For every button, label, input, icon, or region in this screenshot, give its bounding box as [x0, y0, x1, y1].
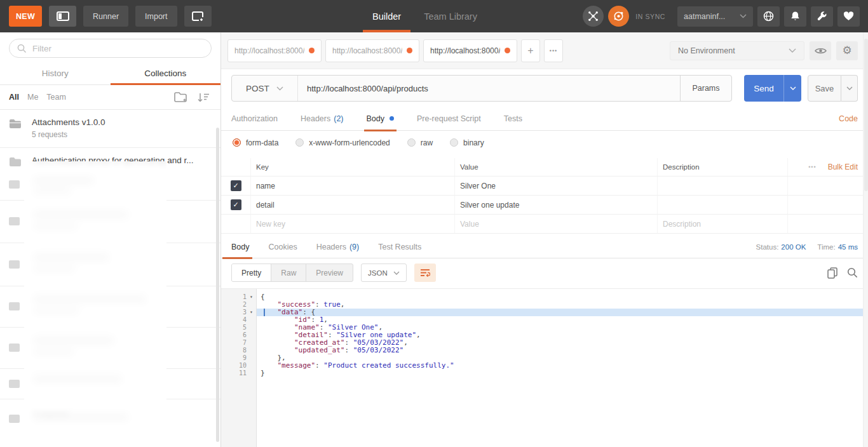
time-value[interactable]: 45 ms: [838, 243, 858, 251]
scope-all[interactable]: All: [9, 93, 19, 102]
tab-team-library[interactable]: Team Library: [424, 0, 477, 32]
response-body-editor[interactable]: 1▾23▾4567891011 { "success": true, "data…: [221, 288, 868, 447]
url-input[interactable]: [307, 84, 671, 93]
tab-tests[interactable]: Tests: [504, 107, 522, 131]
chevron-down-icon: [846, 86, 853, 90]
format-dropdown[interactable]: JSON: [361, 264, 407, 282]
tab-builder[interactable]: Builder: [372, 0, 401, 32]
editor-gutter: 1▾23▾4567891011: [221, 289, 257, 447]
body-indicator-dot: [390, 116, 394, 121]
checkbox-checked-icon[interactable]: ✓: [231, 199, 241, 210]
tab-body[interactable]: Body: [367, 107, 395, 131]
description-cell[interactable]: [657, 196, 787, 214]
sidebar-tabs: History Collections: [0, 62, 220, 85]
status-value[interactable]: 200 OK: [781, 243, 806, 251]
environment-preview-button[interactable]: [810, 41, 831, 60]
chevron-down-icon: [393, 271, 400, 275]
request-tab-label: http://localhost:8000/: [332, 46, 402, 55]
code-link[interactable]: Code: [839, 114, 858, 123]
request-tab-2[interactable]: http://localhost:8000/: [325, 39, 419, 62]
environment-dropdown[interactable]: No Environment: [670, 41, 804, 60]
key-cell[interactable]: detail: [250, 196, 454, 214]
editor-line[interactable]: }: [261, 370, 868, 377]
tab-collections[interactable]: Collections: [111, 62, 221, 84]
editor-line[interactable]: "data": {: [257, 309, 868, 316]
key-cell[interactable]: name: [250, 177, 454, 195]
tab-headers[interactable]: Headers(2): [301, 107, 344, 131]
sort-icon[interactable]: [198, 93, 212, 102]
value-cell[interactable]: Silver One: [454, 177, 657, 195]
editor-line[interactable]: "success": true,: [261, 301, 868, 309]
method-dropdown[interactable]: POST: [232, 76, 298, 101]
send-options-button[interactable]: [783, 75, 801, 102]
value-cell[interactable]: Silver one update: [454, 196, 657, 214]
environment-settings-button[interactable]: ⚙: [836, 41, 858, 60]
table-menu-button[interactable]: •••: [808, 164, 816, 170]
new-value-placeholder[interactable]: Value: [454, 215, 657, 233]
account-dropdown[interactable]: aatmaninf...: [677, 6, 753, 27]
settings-button[interactable]: [811, 6, 833, 27]
scope-team[interactable]: Team: [46, 93, 66, 102]
new-window-button[interactable]: [184, 6, 212, 27]
mode-preview[interactable]: Preview: [306, 264, 353, 281]
body-type-binary[interactable]: binary: [450, 138, 484, 147]
body-type-form-data[interactable]: form-data: [233, 138, 278, 147]
new-folder-icon[interactable]: [174, 92, 187, 103]
interceptor-button[interactable]: [583, 6, 604, 27]
table-placeholder-row[interactable]: New key Value Description: [221, 215, 868, 234]
body-type-urlencoded[interactable]: x-www-form-urlencoded: [295, 138, 390, 147]
main-scrollbar[interactable]: [863, 32, 868, 447]
import-button[interactable]: Import: [135, 6, 177, 27]
request-tab-1[interactable]: http://localhost:8000/: [227, 39, 322, 62]
collection-item-attachments[interactable]: Attachments v1.0.0 5 requests: [0, 110, 220, 148]
support-button[interactable]: [837, 6, 860, 27]
notifications-button[interactable]: [784, 6, 806, 27]
sync-status-button[interactable]: [608, 6, 629, 27]
response-tab-test-results[interactable]: Test Results: [378, 236, 421, 258]
copy-icon[interactable]: [827, 267, 837, 279]
new-button[interactable]: NEW: [9, 6, 42, 27]
editor-lines[interactable]: { "success": true, "data": { "id": 1, "n…: [257, 289, 868, 447]
filter-input[interactable]: [32, 44, 203, 53]
column-value: Value: [454, 158, 657, 176]
tab-pre-request-script[interactable]: Pre-request Script: [417, 107, 481, 131]
add-tab-button[interactable]: +: [521, 39, 540, 62]
search-icon[interactable]: [847, 267, 858, 278]
response-tab-headers[interactable]: Headers(9): [316, 236, 360, 258]
tab-options-button[interactable]: •••: [544, 39, 563, 62]
editor-line[interactable]: "updated_at": "05/03/2022": [261, 347, 868, 354]
params-button[interactable]: Params: [680, 76, 731, 101]
mode-raw[interactable]: Raw: [271, 264, 306, 281]
wrap-text-button[interactable]: [414, 264, 436, 282]
mode-pretty[interactable]: Pretty: [232, 264, 271, 281]
response-tab-body[interactable]: Body: [231, 236, 250, 258]
new-key-placeholder[interactable]: New key: [250, 215, 454, 233]
save-options-button[interactable]: [841, 75, 858, 102]
bulk-edit-link[interactable]: Bulk Edit: [828, 163, 858, 171]
table-row[interactable]: ✓ name Silver One: [221, 177, 868, 196]
eye-icon: [815, 47, 827, 55]
table-row[interactable]: ✓ detail Silver one update: [221, 196, 868, 215]
scope-me[interactable]: Me: [27, 93, 38, 102]
response-tab-cookies[interactable]: Cookies: [269, 236, 297, 258]
community-button[interactable]: [757, 6, 780, 27]
request-section-tabs: Authorization Headers(2) Body Pre-reques…: [221, 107, 868, 131]
runner-button[interactable]: Runner: [83, 6, 128, 27]
request-tab-3-active[interactable]: http://localhost:8000/: [423, 39, 517, 62]
sidebar-scrollbar[interactable]: [216, 128, 219, 442]
top-bar: NEW Runner Import Builder Team Library: [0, 0, 868, 32]
collection-title: Attachments v1.0.0: [32, 117, 105, 127]
save-button[interactable]: Save: [808, 75, 841, 102]
builder-panel: http://localhost:8000/ http://localhost:…: [221, 32, 868, 447]
checkbox-checked-icon[interactable]: ✓: [231, 180, 241, 191]
tab-authorization[interactable]: Authorization: [231, 107, 278, 131]
description-cell[interactable]: [657, 177, 787, 195]
editor-line[interactable]: "message": "Product created successfully…: [261, 362, 868, 370]
body-type-raw[interactable]: raw: [407, 138, 433, 147]
new-description-placeholder[interactable]: Description: [657, 215, 787, 233]
editor-line[interactable]: {: [261, 293, 868, 301]
sidebar-toggle-button[interactable]: [49, 6, 76, 27]
tab-history[interactable]: History: [0, 62, 111, 84]
send-button[interactable]: Send: [744, 75, 783, 102]
sidebar-filter[interactable]: [9, 39, 212, 58]
